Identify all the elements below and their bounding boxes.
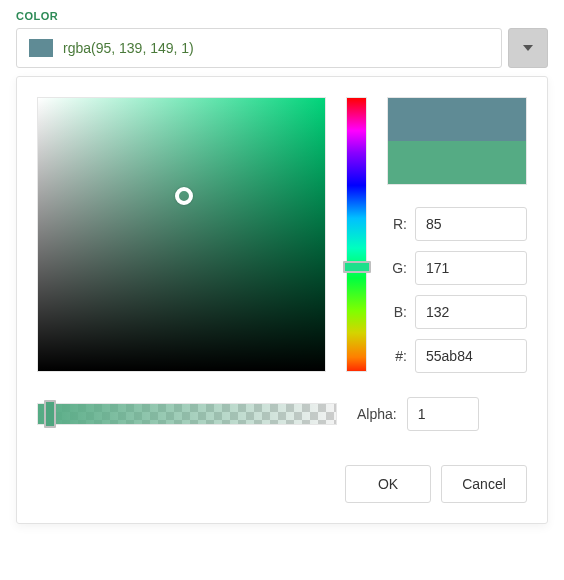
hex-input[interactable] — [415, 339, 527, 373]
dropdown-button[interactable] — [508, 28, 548, 68]
b-label: B: — [387, 304, 407, 320]
hue-slider[interactable] — [346, 97, 367, 372]
current-color-swatch — [29, 39, 53, 57]
color-display-input[interactable]: rgba(95, 139, 149, 1) — [16, 28, 502, 68]
alpha-label: Alpha: — [357, 406, 397, 422]
color-preview — [387, 97, 527, 185]
saturation-value-area[interactable] — [37, 97, 326, 372]
cancel-button[interactable]: Cancel — [441, 465, 527, 503]
hex-label: #: — [387, 348, 407, 364]
ok-button[interactable]: OK — [345, 465, 431, 503]
preview-old-color — [388, 98, 526, 141]
section-label: COLOR — [16, 10, 548, 22]
alpha-thumb[interactable] — [44, 400, 56, 428]
color-picker-panel: R: G: B: #: — [16, 76, 548, 524]
caret-down-icon — [523, 45, 533, 51]
g-label: G: — [387, 260, 407, 276]
r-input[interactable] — [415, 207, 527, 241]
r-label: R: — [387, 216, 407, 232]
alpha-slider[interactable] — [37, 403, 337, 425]
b-input[interactable] — [415, 295, 527, 329]
g-input[interactable] — [415, 251, 527, 285]
alpha-input[interactable] — [407, 397, 479, 431]
color-value-text: rgba(95, 139, 149, 1) — [63, 40, 194, 56]
preview-new-color — [388, 141, 526, 184]
hue-thumb[interactable] — [343, 261, 371, 273]
sv-cursor — [175, 187, 193, 205]
